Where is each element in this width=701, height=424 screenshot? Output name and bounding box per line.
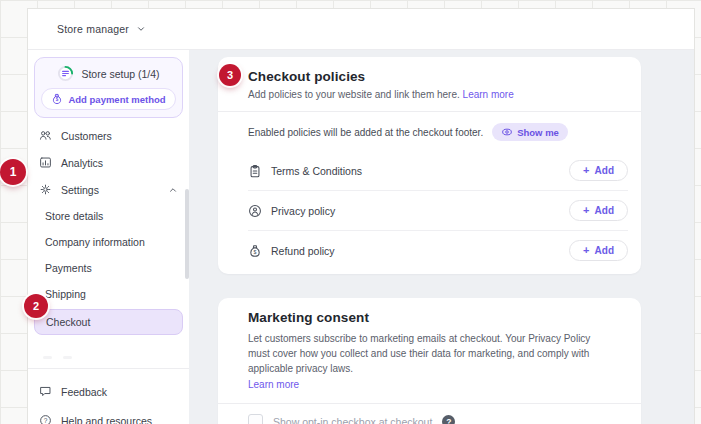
- plus-icon: +: [583, 205, 589, 216]
- marketing-consent-description: Let customers subscribe to marketing ema…: [248, 331, 611, 392]
- svg-text:?: ?: [44, 417, 48, 424]
- customers-icon: [39, 129, 52, 142]
- sidebar-subitem-shipping[interactable]: Shipping: [28, 281, 189, 307]
- faded-menu-item: [28, 337, 189, 359]
- sidebar-subitem-company-information[interactable]: Company information: [28, 229, 189, 255]
- sidebar-divider: [28, 368, 189, 369]
- marketing-consent-card: Marketing consent Let customers subscrib…: [218, 298, 641, 424]
- plus-icon: +: [583, 245, 589, 256]
- privacy-badge-icon: [248, 204, 262, 218]
- enabled-policies-note: Enabled policies will be added at the ch…: [248, 127, 483, 138]
- add-terms-button[interactable]: + Add: [569, 160, 628, 181]
- topbar: Store manager: [28, 9, 694, 50]
- annotation-marker-3: 3: [219, 64, 241, 86]
- sidebar-item-settings[interactable]: Settings: [28, 176, 189, 203]
- app-window: Store manager Store setup (1/4): [27, 8, 695, 424]
- terms-clipboard-icon: [248, 164, 262, 178]
- annotation-marker-2: 2: [24, 294, 48, 318]
- sidebar-item-label: Help and resources: [61, 415, 152, 424]
- store-setup-label: Store setup (1/4): [81, 68, 159, 80]
- annotation-marker-1: 1: [0, 159, 26, 185]
- sidebar-item-customers[interactable]: Customers: [28, 122, 189, 149]
- add-payment-method-button[interactable]: $ Add payment method: [41, 88, 176, 110]
- marketing-consent-title: Marketing consent: [248, 310, 611, 325]
- policy-label: Privacy policy: [271, 205, 335, 217]
- learn-more-link[interactable]: Learn more: [463, 89, 514, 100]
- opt-in-checkbox-label: Show opt-in checkbox at checkout: [273, 416, 432, 424]
- policy-row-privacy: Privacy policy + Add: [218, 191, 641, 230]
- sidebar-item-help[interactable]: ? Help and resources: [28, 406, 189, 424]
- policy-label: Refund policy: [271, 245, 335, 257]
- store-setup-card[interactable]: Store setup (1/4) $ Add payment method: [34, 57, 183, 118]
- setup-progress-icon: [57, 65, 74, 82]
- sidebar-subitem-payments[interactable]: Payments: [28, 255, 189, 281]
- show-me-badge[interactable]: Show me: [492, 123, 568, 141]
- sidebar-subitem-checkout-active[interactable]: Checkout: [34, 309, 183, 335]
- add-privacy-button[interactable]: + Add: [569, 200, 628, 221]
- checkout-policies-subtitle: Add policies to your website and link th…: [248, 89, 611, 100]
- question-help-icon[interactable]: ?: [442, 415, 455, 424]
- store-manager-dropdown[interactable]: Store manager: [57, 23, 129, 35]
- money-bag-icon: $: [51, 93, 63, 105]
- opt-in-checkbox[interactable]: [248, 414, 263, 424]
- sidebar-subitem-store-details[interactable]: Store details: [28, 203, 189, 229]
- policy-label: Terms & Conditions: [271, 165, 362, 177]
- policy-row-terms: Terms & Conditions + Add: [218, 151, 641, 190]
- chevron-up-icon[interactable]: [168, 185, 178, 195]
- sidebar-item-label: Settings: [61, 184, 99, 196]
- chevron-down-icon[interactable]: [136, 24, 146, 34]
- help-circle-icon: ?: [39, 414, 52, 424]
- checkout-policies-card: Checkout policies Add policies to your w…: [218, 57, 641, 274]
- sidebar-item-feedback[interactable]: Feedback: [28, 377, 189, 406]
- policy-row-refund: $ Refund policy + Add: [218, 231, 641, 274]
- sidebar-item-label: Feedback: [61, 386, 107, 398]
- sidebar-item-analytics[interactable]: Analytics: [28, 149, 189, 176]
- analytics-icon: [39, 156, 52, 169]
- svg-text:$: $: [56, 97, 59, 102]
- sidebar-item-label: Analytics: [61, 157, 103, 169]
- eye-icon: [501, 126, 513, 138]
- settings-gear-icon: [39, 183, 52, 196]
- plus-icon: +: [583, 165, 589, 176]
- svg-text:$: $: [254, 248, 257, 254]
- refund-money-bag-icon: $: [248, 244, 262, 258]
- page-title: Checkout policies: [248, 69, 611, 84]
- sidebar-item-label: Customers: [61, 130, 112, 142]
- sidebar-scrollbar[interactable]: [185, 189, 189, 279]
- learn-more-link[interactable]: Learn more: [248, 377, 611, 392]
- feedback-bubble-icon: [39, 385, 52, 398]
- sidebar: Store setup (1/4) $ Add payment method: [28, 50, 189, 424]
- add-refund-button[interactable]: + Add: [569, 240, 628, 261]
- add-payment-method-label: Add payment method: [68, 94, 165, 105]
